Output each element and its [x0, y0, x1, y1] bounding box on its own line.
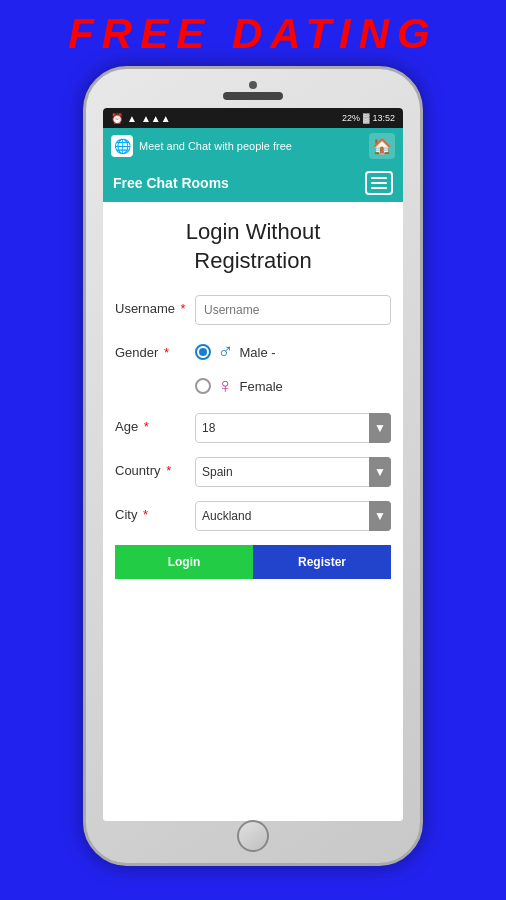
login-title: Login Without Registration — [115, 218, 391, 275]
phone-speaker — [223, 92, 283, 100]
login-title-line2: Registration — [194, 248, 311, 273]
home-button[interactable] — [237, 820, 269, 852]
female-radio[interactable] — [195, 378, 211, 394]
phone-mockup: ⏰ ▲ ▲▲▲ 22% ▓ 13:52 🌐 Meet and Chat with… — [83, 66, 423, 866]
country-select[interactable]: Spain — [195, 457, 391, 487]
gender-female-option[interactable]: ♀ Female — [195, 373, 283, 399]
username-input[interactable] — [195, 295, 391, 325]
city-select[interactable]: Auckland — [195, 501, 391, 531]
city-select-wrapper: Auckland ▼ — [195, 501, 391, 531]
gender-group: ♂ Male - ♀ Female — [195, 339, 283, 399]
page-title: FREE DATING — [68, 10, 438, 58]
hamburger-line-2 — [371, 182, 387, 184]
clock: 13:52 — [372, 113, 395, 123]
age-required: * — [140, 419, 149, 434]
bottom-buttons: Login Register — [115, 545, 391, 579]
gender-required: * — [160, 345, 169, 360]
hamburger-button[interactable] — [365, 171, 393, 195]
phone-bottom — [237, 821, 269, 851]
status-right: 22% ▓ 13:52 — [342, 113, 395, 123]
home-icon[interactable]: 🏠 — [369, 133, 395, 159]
male-label: Male - — [240, 345, 276, 360]
battery-icon: ▓ — [363, 113, 370, 123]
app-logo-icon: 🌐 — [111, 135, 133, 157]
age-select-wrapper: 18 ▼ — [195, 413, 391, 443]
country-label: Country * — [115, 457, 195, 478]
phone-screen: ⏰ ▲ ▲▲▲ 22% ▓ 13:52 🌐 Meet and Chat with… — [103, 108, 403, 821]
country-required: * — [163, 463, 172, 478]
username-required: * — [177, 301, 186, 316]
city-required: * — [139, 507, 148, 522]
gender-row: Gender * ♂ Male - ♀ Femal — [115, 339, 391, 399]
female-label: Female — [240, 379, 283, 394]
login-button[interactable]: Login — [115, 545, 253, 579]
male-radio-dot — [199, 348, 207, 356]
city-label: City * — [115, 501, 195, 522]
browser-bar: 🌐 Meet and Chat with people free 🏠 — [103, 128, 403, 164]
country-select-wrapper: Spain ▼ — [195, 457, 391, 487]
username-label: Username * — [115, 295, 195, 316]
content-area: Login Without Registration Username * Ge… — [103, 202, 403, 821]
city-row: City * Auckland ▼ — [115, 501, 391, 531]
male-radio[interactable] — [195, 344, 211, 360]
hamburger-line-3 — [371, 187, 387, 189]
status-bar: ⏰ ▲ ▲▲▲ 22% ▓ 13:52 — [103, 108, 403, 128]
register-button[interactable]: Register — [253, 545, 391, 579]
age-label: Age * — [115, 413, 195, 434]
phone-top — [96, 81, 410, 104]
username-row: Username * — [115, 295, 391, 325]
wifi-icon: ▲ — [127, 113, 137, 124]
female-symbol-icon: ♀ — [217, 373, 234, 399]
age-row: Age * 18 ▼ — [115, 413, 391, 443]
hamburger-line-1 — [371, 177, 387, 179]
country-row: Country * Spain ▼ — [115, 457, 391, 487]
nav-bar: Free Chat Rooms — [103, 164, 403, 202]
signal-icon: ▲▲▲ — [141, 113, 171, 124]
status-left: ⏰ ▲ ▲▲▲ — [111, 113, 171, 124]
browser-title: Meet and Chat with people free — [139, 140, 363, 152]
age-select[interactable]: 18 — [195, 413, 391, 443]
alarm-icon: ⏰ — [111, 113, 123, 124]
gender-male-option[interactable]: ♂ Male - — [195, 339, 283, 365]
login-title-line1: Login Without — [186, 219, 321, 244]
battery-percentage: 22% — [342, 113, 360, 123]
nav-title: Free Chat Rooms — [113, 175, 229, 191]
gender-label: Gender * — [115, 339, 195, 360]
phone-camera — [249, 81, 257, 89]
male-symbol-icon: ♂ — [217, 339, 234, 365]
